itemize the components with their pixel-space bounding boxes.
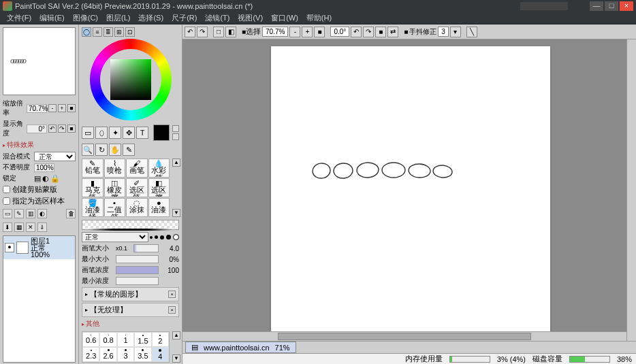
ruler-straight[interactable]: ╲: [466, 27, 477, 37]
new-folder-button[interactable]: ▥: [26, 209, 35, 218]
flatten-button[interactable]: ▦: [14, 222, 24, 232]
new-layer-button[interactable]: ▭: [3, 209, 12, 218]
minimize-button[interactable]: —: [590, 1, 603, 11]
rotate-right-button[interactable]: ↷: [58, 125, 66, 133]
brush-selpen[interactable]: ✐选区笔: [126, 178, 148, 197]
canvas-zoom-value[interactable]: 70.7%: [262, 27, 288, 37]
zoom-out-button[interactable]: -: [48, 104, 57, 112]
lock-alpha-button[interactable]: ◐: [42, 174, 49, 183]
rotate-tool[interactable]: ↻: [95, 144, 108, 156]
blend-mode-select[interactable]: 正常: [34, 152, 76, 161]
lasso-tool[interactable]: ⬯: [95, 127, 108, 139]
menu-view[interactable]: 视图(V): [234, 13, 267, 23]
canvas-zoom-out[interactable]: -: [289, 27, 300, 37]
size-preset-cell[interactable]: 4: [152, 347, 169, 362]
brush-size-slider[interactable]: [133, 244, 159, 252]
menu-edit[interactable]: 编辑(E): [35, 13, 69, 23]
document-tab[interactable]: ▤ www.painttoolsai.cn 71%: [185, 342, 296, 353]
angle-value[interactable]: 0°: [27, 125, 47, 133]
brush-scroll-up[interactable]: ▲: [172, 159, 180, 167]
size-preset-cell[interactable]: 3.5: [134, 347, 151, 362]
clipping-mask-checkbox[interactable]: [3, 186, 10, 193]
brush-bucket[interactable]: 🪣油漆桶: [82, 198, 104, 217]
new-mask-button[interactable]: ◐: [37, 209, 47, 218]
other-section-header[interactable]: 其他: [79, 318, 182, 330]
color-rgb-tab[interactable]: ≡: [93, 27, 102, 37]
preset-scroll-down[interactable]: ▼: [172, 354, 180, 363]
canvas-zoom-in[interactable]: +: [302, 27, 313, 37]
undo-button[interactable]: ↶: [185, 27, 195, 37]
size-preset-cell[interactable]: 2.3: [82, 347, 99, 362]
canvas-angle-value[interactable]: 0.0°: [330, 27, 349, 37]
canvas-viewport[interactable]: [182, 39, 636, 341]
merge-down-button[interactable]: ⬇: [3, 222, 12, 232]
canvas-scrollbar-vertical[interactable]: [626, 39, 636, 341]
layer-visibility-toggle[interactable]: ●: [5, 243, 14, 252]
navigator-thumbnail[interactable]: oooooo: [3, 27, 76, 95]
move-tool[interactable]: ✥: [123, 127, 135, 139]
delete-layer-button[interactable]: 🗑: [66, 209, 76, 218]
brush-brush[interactable]: 🖌画笔: [126, 159, 148, 178]
menu-help[interactable]: 帮助(H): [302, 13, 336, 23]
rotate-reset-button[interactable]: ■: [67, 125, 76, 133]
brush-size-mult[interactable]: x0.1: [116, 245, 132, 252]
foreground-color-swatch[interactable]: [153, 125, 170, 141]
color-scratch-tab[interactable]: ⊡: [125, 27, 135, 37]
brush-texture-clear[interactable]: ×: [168, 306, 176, 314]
selection-sample-checkbox[interactable]: [3, 197, 10, 205]
menu-image[interactable]: 图像(C): [69, 13, 102, 23]
brush-seleraser[interactable]: ◧选区擦: [148, 178, 170, 197]
menu-layer[interactable]: 图层(L): [102, 13, 134, 23]
brush-scroll-down[interactable]: ▼: [172, 209, 180, 217]
brush-paint[interactable]: ●油漆: [148, 198, 170, 217]
canvas-flip[interactable]: ⇄: [387, 27, 398, 37]
canvas[interactable]: [271, 46, 550, 332]
brush-shape-collapse[interactable]: 【常规的圆形】×: [82, 287, 179, 301]
stabilizer-settings[interactable]: ▾: [450, 27, 461, 37]
canvas-rotate-reset[interactable]: ■: [375, 27, 386, 37]
color-wheel-tab[interactable]: ◯: [82, 27, 91, 37]
fx-section-header[interactable]: 特殊效果: [0, 139, 78, 151]
zoom-tool[interactable]: 🔍: [82, 144, 94, 156]
size-preset-cell[interactable]: 3: [117, 347, 134, 362]
lock-all-button[interactable]: 🔒: [50, 174, 60, 183]
stabilizer-value[interactable]: 3: [438, 27, 449, 37]
color-swatch-tab[interactable]: ⊞: [114, 27, 124, 37]
maximize-button[interactable]: □: [605, 1, 618, 11]
clear-layer-button[interactable]: ✕: [26, 222, 35, 232]
canvas-rotate-left[interactable]: ↶: [351, 27, 362, 37]
menu-filter[interactable]: 滤镜(T): [201, 13, 234, 23]
min-density-slider[interactable]: [116, 277, 159, 285]
menu-file[interactable]: 文件(F): [3, 13, 35, 23]
brush-hardness-dots[interactable]: [150, 234, 179, 240]
size-preset-cell[interactable]: 1.5: [134, 332, 151, 347]
hand-tool[interactable]: ✋: [109, 144, 121, 156]
zoom-in-button[interactable]: +: [58, 104, 66, 112]
brush-shape-clear[interactable]: ×: [168, 291, 176, 298]
density-value[interactable]: 100: [160, 267, 179, 274]
lock-pixels-button[interactable]: ▤: [34, 174, 41, 183]
size-preset-cell[interactable]: 2.6: [99, 347, 116, 362]
new-linework-button[interactable]: ✎: [14, 209, 24, 218]
layer-item[interactable]: ● 图层1 正常 100%: [3, 236, 75, 259]
close-button[interactable]: ×: [620, 1, 633, 11]
brush-edge-select[interactable]: 正常: [82, 232, 148, 242]
reset-color-button[interactable]: [172, 133, 179, 140]
brush-watercolor[interactable]: 💧水彩笔: [148, 159, 170, 178]
density-slider[interactable]: [116, 266, 159, 274]
brush-pencil[interactable]: ✎铅笔: [82, 159, 104, 178]
menu-select[interactable]: 选择(S): [134, 13, 168, 23]
rotate-left-button[interactable]: ↶: [48, 125, 57, 133]
brush-texture-collapse[interactable]: 【无纹理】×: [82, 303, 179, 317]
brush-marker[interactable]: ▮马克笔: [82, 178, 104, 197]
swap-color-button[interactable]: [172, 125, 179, 132]
min-size-slider[interactable]: [116, 255, 159, 263]
text-tool[interactable]: T: [136, 127, 148, 139]
brush-blur[interactable]: ◌涂抹: [126, 198, 148, 217]
size-preset-cell[interactable]: 0.6: [82, 332, 99, 347]
size-preset-cell[interactable]: 0.8: [99, 332, 116, 347]
zoom-reset-button[interactable]: ■: [67, 104, 76, 112]
rect-select-tool[interactable]: ▭: [82, 127, 94, 139]
eyedropper-tool[interactable]: ✎: [123, 144, 135, 156]
deselect-button[interactable]: □: [213, 27, 224, 37]
